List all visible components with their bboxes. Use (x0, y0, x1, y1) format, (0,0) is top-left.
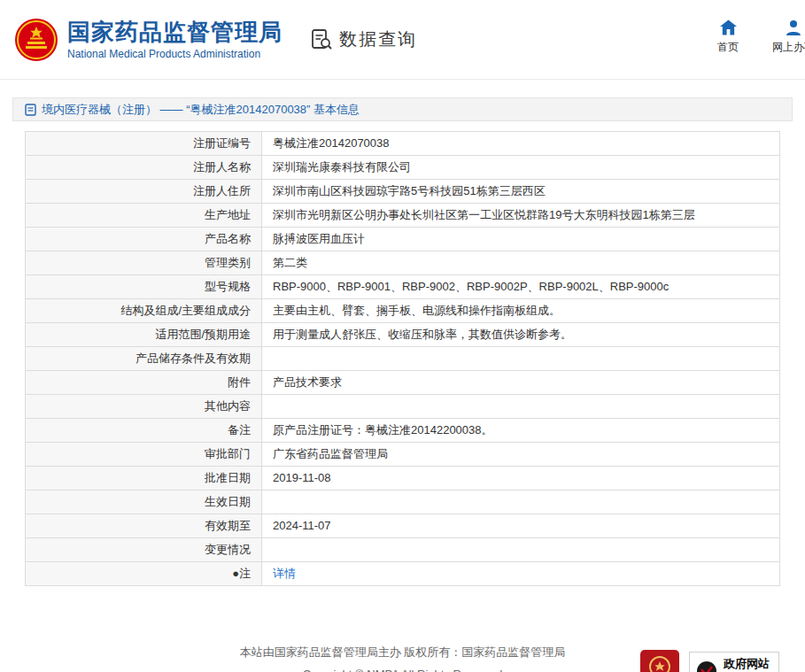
field-value (262, 347, 780, 371)
data-query-module[interactable]: 数据查询 (311, 27, 417, 51)
field-value: 第二类 (262, 251, 780, 275)
field-value: 用于测量成人舒张压、收缩压和脉率，其数值供诊断参考。 (262, 323, 780, 347)
table-row: 变更情况 (26, 538, 780, 562)
table-row: ●注 详情 (26, 562, 780, 586)
info-card: 注册证编号 粤械注准20142070038 注册人名称 深圳瑞光康泰科技有限公司… (12, 121, 793, 599)
field-value: 主要由主机、臂套、搁手板、电源线和操作指南板组成。 (262, 299, 780, 323)
field-value (262, 395, 780, 419)
field-value: 2024-11-07 (262, 514, 780, 538)
field-label: 审批部门 (26, 443, 262, 467)
footer-line2: Copyright © NMPA All Rights Reserved (0, 668, 805, 672)
table-row: 适用范围/预期用途 用于测量成人舒张压、收缩压和脉率，其数值供诊断参考。 (26, 323, 780, 347)
field-label: 生产地址 (26, 204, 262, 228)
org-title-block: 国家药品监督管理局 National Medical Products Admi… (67, 19, 283, 60)
field-label: 型号规格 (26, 275, 262, 299)
field-value: 详情 (262, 562, 780, 586)
field-value: 广东省药品监督管理局 (262, 443, 780, 467)
nav-online-label: 网上办事 (772, 40, 805, 55)
nav-online-services[interactable]: 网上办事 (767, 19, 805, 55)
field-value: 原产品注册证号：粤械注准20142200038。 (262, 419, 780, 443)
field-label: 有效期至 (26, 514, 262, 538)
field-label: 适用范围/预期用途 (26, 323, 262, 347)
red-badge-icon (639, 649, 680, 672)
nav-home-label: 首页 (717, 40, 739, 55)
table-row: 其他内容 (26, 395, 780, 419)
field-value: 脉搏波医用血压计 (262, 228, 780, 251)
field-label: 注册证编号 (26, 132, 262, 156)
breadcrumb-bar: 境内医疗器械（注册） —— “粤械注准20142070038” 基本信息 (12, 97, 793, 121)
module-title: 数据查询 (339, 27, 417, 51)
gov-badge-title: 政府网站 (724, 658, 770, 670)
field-label: 备注 (26, 419, 262, 443)
gov-site-icon (696, 660, 717, 672)
table-row: 结构及组成/主要组成成分 主要由主机、臂套、搁手板、电源线和操作指南板组成。 (26, 299, 780, 323)
document-icon (25, 104, 36, 116)
home-icon (720, 19, 737, 35)
national-emblem-icon (14, 18, 58, 62)
nav-home[interactable]: 首页 (701, 19, 755, 55)
field-label: 管理类别 (26, 251, 262, 275)
table-row: 型号规格 RBP-9000、RBP-9001、RBP-9002、RBP-9002… (26, 275, 780, 299)
field-label: 附件 (26, 371, 262, 395)
table-row: 管理类别 第二类 (26, 251, 780, 275)
table-row: 审批部门 广东省药品监督管理局 (26, 443, 780, 467)
field-value: RBP-9000、RBP-9001、RBP-9002、RBP-9002P、RBP… (262, 275, 780, 299)
footer: 本站由国家药品监督管理局主办 版权所有：国家药品监督管理局 Copyright … (0, 645, 805, 672)
org-name-en: National Medical Products Administration (67, 48, 283, 60)
field-value: 产品技术要求 (262, 371, 780, 395)
breadcrumb-text: 境内医疗器械（注册） —— “粤械注准20142070038” 基本信息 (42, 102, 360, 118)
gov-badge-text: 政府网站 找错 (724, 658, 770, 672)
field-value: 深圳市光明新区公明办事处长圳社区第一工业区悦群路19号大东明科技园1栋第三层 (262, 204, 780, 228)
field-label: 结构及组成/主要组成成分 (26, 299, 262, 323)
field-value: 深圳市南山区科技园琼宇路5号科技园51栋第三层西区 (262, 180, 780, 204)
field-label: 注册人住所 (26, 180, 262, 204)
table-row: 批准日期 2019-11-08 (26, 467, 780, 490)
field-value: 粤械注准20142070038 (262, 132, 780, 156)
breadcrumb: 境内医疗器械（注册） —— “粤械注准20142070038” 基本信息 (25, 102, 360, 118)
field-label: ●注 (26, 562, 262, 586)
footer-line1: 本站由国家药品监督管理局主办 版权所有：国家药品监督管理局 (0, 645, 805, 660)
table-row: 有效期至 2024-11-07 (26, 514, 780, 538)
table-row: 产品名称 脉搏波医用血压计 (26, 228, 780, 251)
table-row: 注册人住所 深圳市南山区科技园琼宇路5号科技园51栋第三层西区 (26, 180, 780, 204)
gov-red-badge[interactable] (639, 649, 680, 672)
table-row: 备注 原产品注册证号：粤械注准20142200038。 (26, 419, 780, 443)
field-value (262, 538, 780, 562)
field-label: 变更情况 (26, 538, 262, 562)
info-table-body: 注册证编号 粤械注准20142070038 注册人名称 深圳瑞光康泰科技有限公司… (26, 132, 780, 586)
gov-site-badge[interactable]: 政府网站 找错 (689, 652, 779, 672)
field-label: 生效日期 (26, 490, 262, 514)
header: 国家药品监督管理局 National Medical Products Admi… (0, 0, 805, 80)
table-row: 注册证编号 粤械注准20142070038 (26, 132, 780, 156)
data-query-icon (311, 28, 333, 50)
field-label: 批准日期 (26, 467, 262, 490)
info-table: 注册证编号 粤械注准20142070038 注册人名称 深圳瑞光康泰科技有限公司… (25, 131, 780, 586)
table-row: 生产地址 深圳市光明新区公明办事处长圳社区第一工业区悦群路19号大东明科技园1栋… (26, 204, 780, 228)
org-name-cn: 国家药品监督管理局 (67, 19, 283, 45)
field-label: 其他内容 (26, 395, 262, 419)
national-emblem-logo[interactable] (14, 18, 58, 62)
table-row: 生效日期 (26, 490, 780, 514)
field-label: 产品名称 (26, 228, 262, 251)
detail-link[interactable]: 详情 (273, 567, 296, 580)
field-value (262, 490, 780, 514)
field-value: 2019-11-08 (262, 467, 780, 490)
table-row: 注册人名称 深圳瑞光康泰科技有限公司 (26, 156, 780, 180)
field-value: 深圳瑞光康泰科技有限公司 (262, 156, 780, 180)
table-row: 产品储存条件及有效期 (26, 347, 780, 371)
field-label: 注册人名称 (26, 156, 262, 180)
table-row: 附件 产品技术要求 (26, 371, 780, 395)
field-label: 产品储存条件及有效期 (26, 347, 262, 371)
person-icon (786, 19, 801, 35)
